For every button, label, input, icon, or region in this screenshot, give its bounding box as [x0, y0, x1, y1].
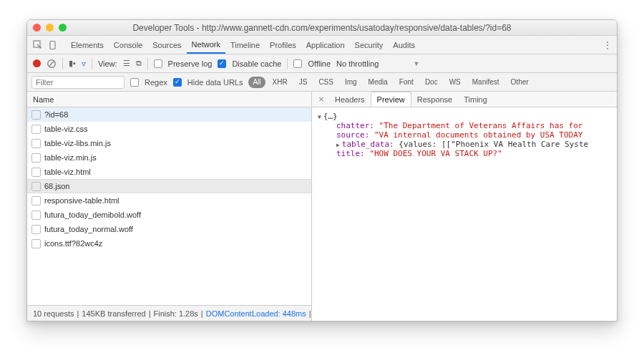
file-icon: [31, 225, 41, 234]
request-name: futura_today_demibold.woff: [44, 211, 141, 219]
view-list-icon[interactable]: ☰: [123, 59, 130, 68]
divider: [92, 58, 92, 69]
detail-tab-timing[interactable]: Timing: [458, 92, 493, 107]
status-tail: | …: [309, 309, 311, 318]
tab-console[interactable]: Console: [109, 36, 147, 54]
detail-tab-headers[interactable]: Headers: [329, 92, 371, 107]
request-name: responsive-table.html: [44, 196, 119, 205]
json-key: source:: [336, 130, 369, 140]
clear-icon[interactable]: [47, 59, 57, 69]
divider: [62, 58, 63, 69]
request-name: 68.json: [44, 182, 69, 190]
chevron-down-icon[interactable]: ▼: [413, 60, 419, 67]
device-icon[interactable]: [47, 39, 60, 52]
minimize-icon[interactable]: [46, 24, 54, 32]
request-row[interactable]: table-viz.html: [27, 165, 311, 179]
request-row[interactable]: ?id=68: [27, 107, 311, 122]
tab-security[interactable]: Security: [350, 36, 389, 54]
request-name: table-viz.min.js: [44, 153, 97, 162]
filter-type-manifest[interactable]: Manifest: [468, 77, 504, 88]
titlebar[interactable]: Developer Tools - http://www.gannett-cdn…: [27, 20, 617, 36]
network-toolbar: ▮▪ ▿ View: ☰ ⧉ Preserve log Disable cach…: [27, 54, 617, 73]
svg-line-3: [49, 61, 54, 66]
request-row[interactable]: responsive-table.html: [27, 193, 311, 208]
filter-type-ws[interactable]: WS: [445, 77, 465, 88]
record-icon[interactable]: [33, 59, 41, 67]
disable-cache-checkbox[interactable]: [218, 59, 226, 68]
status-requests: 10 requests: [33, 309, 74, 318]
regex-label: Regex: [145, 78, 167, 87]
disable-cache-label: Disable cache: [232, 59, 281, 68]
tab-network[interactable]: Network: [187, 36, 225, 54]
json-value: {values: [["Phoenix VA Health Care Syste: [399, 140, 588, 149]
request-row[interactable]: 68.json: [27, 179, 311, 193]
filter-type-all[interactable]: All: [248, 77, 265, 88]
request-row[interactable]: table-viz.css: [27, 122, 311, 136]
detail-tab-preview[interactable]: Preview: [371, 92, 411, 107]
close-icon[interactable]: [33, 24, 41, 32]
json-key[interactable]: table_data:: [342, 140, 394, 149]
json-value: "The Department of Veterans Affairs has …: [379, 121, 583, 130]
status-dcl: DOMContentLoaded: 448ms: [206, 309, 306, 318]
tab-profiles[interactable]: Profiles: [265, 36, 301, 54]
filter-type-xhr[interactable]: XHR: [268, 77, 292, 88]
tab-audits[interactable]: Audits: [388, 36, 420, 54]
request-row[interactable]: futura_today_normal.woff: [27, 222, 311, 236]
hide-data-urls-checkbox[interactable]: [173, 78, 182, 87]
tab-elements[interactable]: Elements: [66, 36, 109, 54]
preview-body[interactable]: {…} chatter: "The Department of Veterans…: [312, 107, 617, 321]
filter-input[interactable]: [31, 76, 125, 89]
close-detail-icon[interactable]: ×: [315, 94, 328, 105]
file-icon: [31, 239, 41, 248]
main-tab-row: ElementsConsoleSourcesNetworkTimelinePro…: [27, 36, 617, 54]
preserve-log-checkbox[interactable]: [154, 59, 162, 68]
filter-type-doc[interactable]: Doc: [421, 77, 442, 88]
json-key: title:: [336, 149, 365, 158]
filter-type-font[interactable]: Font: [395, 77, 418, 88]
request-name: table-viz.css: [44, 125, 88, 133]
regex-checkbox[interactable]: [130, 78, 139, 87]
offline-checkbox[interactable]: [293, 59, 302, 68]
filter-type-css[interactable]: CSS: [314, 77, 338, 88]
filter-type-media[interactable]: Media: [364, 77, 392, 88]
status-transferred: 145KB transferred: [82, 309, 145, 318]
file-icon: [31, 211, 41, 220]
divider: [287, 58, 288, 69]
request-name: ?id=68: [44, 110, 68, 119]
request-row[interactable]: table-viz.min.js: [27, 150, 311, 165]
request-name: table-viz.html: [44, 168, 91, 176]
file-icon: [31, 168, 41, 177]
tab-timeline[interactable]: Timeline: [225, 36, 265, 54]
tab-sources[interactable]: Sources: [147, 36, 186, 54]
more-icon[interactable]: ⋮: [602, 39, 613, 51]
detail-tabs: × HeadersPreviewResponseTiming: [312, 92, 617, 107]
view-label: View:: [98, 59, 117, 68]
request-row[interactable]: table-viz-libs.min.js: [27, 136, 311, 150]
name-column-header[interactable]: Name: [27, 92, 311, 107]
json-value: "HOW DOES YOUR VA STACK UP?": [369, 149, 502, 158]
request-name: table-viz-libs.min.js: [44, 139, 111, 147]
camera-icon[interactable]: ▮▪: [69, 59, 76, 68]
file-icon: [31, 125, 41, 134]
offline-label: Offline: [308, 59, 331, 68]
filter-type-js[interactable]: JS: [295, 77, 312, 88]
tab-application[interactable]: Application: [301, 36, 350, 54]
filter-icon[interactable]: ▿: [82, 59, 86, 69]
content-pane: Name ?id=68table-viz.csstable-viz-libs.m…: [27, 92, 617, 321]
filter-bar: Regex Hide data URLs AllXHRJSCSSImgMedia…: [27, 73, 617, 92]
filter-type-img[interactable]: Img: [341, 77, 361, 88]
request-list: ?id=68table-viz.csstable-viz-libs.min.js…: [27, 107, 311, 305]
zoom-icon[interactable]: [59, 24, 67, 32]
divider: [147, 58, 148, 69]
json-root[interactable]: {…}: [323, 112, 338, 121]
view-detail-icon[interactable]: ⧉: [136, 59, 142, 68]
filter-type-other[interactable]: Other: [507, 77, 533, 88]
status-finish: Finish: 1.28s: [153, 309, 197, 318]
inspect-icon[interactable]: [31, 39, 44, 52]
detail-tab-response[interactable]: Response: [411, 92, 459, 107]
svg-rect-1: [50, 41, 55, 49]
request-row[interactable]: futura_today_demibold.woff: [27, 208, 311, 222]
request-name: icons.ttf?82wc4z: [44, 239, 102, 248]
throttling-select[interactable]: No throttling: [336, 59, 379, 68]
request-row[interactable]: icons.ttf?82wc4z: [27, 236, 311, 251]
